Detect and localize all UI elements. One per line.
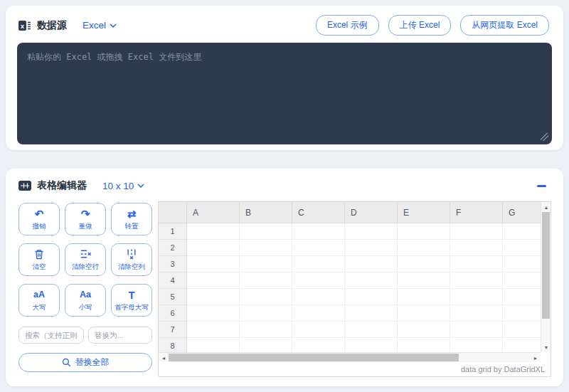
cell-C2[interactable] xyxy=(292,240,345,256)
cell-G2[interactable] xyxy=(503,240,541,256)
cell-F7[interactable] xyxy=(450,322,503,338)
cell-G1[interactable] xyxy=(503,223,541,240)
cell-B3[interactable] xyxy=(240,256,292,272)
cell-D4[interactable] xyxy=(345,272,398,289)
cell-B7[interactable] xyxy=(240,322,292,338)
replace-all-button[interactable]: 替换全部 xyxy=(18,353,152,372)
clear-button[interactable]: 清空 xyxy=(18,243,60,276)
cell-B8[interactable] xyxy=(240,338,292,352)
row-header-2[interactable]: 2 xyxy=(159,240,187,256)
cell-G8[interactable] xyxy=(503,338,541,352)
vertical-scrollbar-thumb[interactable] xyxy=(542,212,550,319)
cell-E4[interactable] xyxy=(398,272,450,289)
cell-D7[interactable] xyxy=(345,322,398,338)
cell-G7[interactable] xyxy=(503,322,541,338)
cell-A5[interactable] xyxy=(187,289,240,305)
grid-size-selector[interactable]: 10 x 10 xyxy=(102,181,144,191)
cell-D3[interactable] xyxy=(345,256,398,272)
vertical-scrollbar[interactable]: ▲ ▼ xyxy=(541,202,551,352)
excel-sample-button[interactable]: Excel 示例 xyxy=(316,15,379,36)
extract-from-web-button[interactable]: 从网页提取 Excel xyxy=(460,15,549,36)
row-header-8[interactable]: 8 xyxy=(159,338,187,352)
cell-E3[interactable] xyxy=(398,256,450,272)
cell-F2[interactable] xyxy=(450,240,503,256)
cell-F6[interactable] xyxy=(450,305,503,322)
cell-F1[interactable] xyxy=(450,223,503,240)
cell-F8[interactable] xyxy=(450,338,503,352)
replace-input[interactable] xyxy=(88,327,152,344)
scroll-right-arrow-icon[interactable]: ► xyxy=(531,353,541,363)
cell-F5[interactable] xyxy=(450,289,503,305)
column-header-A[interactable]: A xyxy=(187,202,240,223)
cell-G5[interactable] xyxy=(503,289,541,305)
grid-credit[interactable]: data grid by DataGridXL xyxy=(159,362,551,376)
cell-D5[interactable] xyxy=(345,289,398,305)
column-header-D[interactable]: D xyxy=(345,202,398,223)
cell-E7[interactable] xyxy=(398,322,450,338)
cell-G3[interactable] xyxy=(503,256,541,272)
horizontal-scrollbar[interactable]: ◄ ► xyxy=(159,352,541,362)
excel-paste-textarea[interactable] xyxy=(17,43,552,144)
cell-B6[interactable] xyxy=(240,305,292,322)
cell-D6[interactable] xyxy=(345,305,398,322)
cell-E1[interactable] xyxy=(398,223,450,240)
cell-C6[interactable] xyxy=(292,305,345,322)
undo-button[interactable]: ↶ 撤销 xyxy=(18,203,60,235)
scroll-left-arrow-icon[interactable]: ◄ xyxy=(159,353,169,363)
column-header-F[interactable]: F xyxy=(450,202,503,223)
row-header-7[interactable]: 7 xyxy=(159,322,187,338)
grid-corner-cell[interactable] xyxy=(159,202,187,223)
cell-B5[interactable] xyxy=(240,289,292,305)
row-header-1[interactable]: 1 xyxy=(159,223,187,240)
lowercase-button[interactable]: Aa 小写 xyxy=(65,284,106,317)
cell-E2[interactable] xyxy=(398,240,450,256)
transpose-button[interactable]: ⇄ 转置 xyxy=(111,203,152,235)
cell-G4[interactable] xyxy=(503,272,541,289)
cell-D1[interactable] xyxy=(345,223,398,240)
cell-E6[interactable] xyxy=(398,305,450,322)
cell-A7[interactable] xyxy=(187,322,240,338)
remove-empty-cols-button[interactable]: 清除空列 xyxy=(111,243,152,276)
row-header-3[interactable]: 3 xyxy=(159,256,187,272)
upload-excel-button[interactable]: 上传 Excel xyxy=(388,15,452,36)
cell-F4[interactable] xyxy=(450,272,503,289)
scroll-down-arrow-icon[interactable]: ▼ xyxy=(541,342,551,352)
cell-A4[interactable] xyxy=(187,272,240,289)
redo-button[interactable]: ↷ 重做 xyxy=(65,203,106,235)
row-header-4[interactable]: 4 xyxy=(159,272,187,289)
cell-C5[interactable] xyxy=(292,289,345,305)
cell-B2[interactable] xyxy=(240,240,292,256)
horizontal-scrollbar-thumb[interactable] xyxy=(169,354,459,361)
cell-A2[interactable] xyxy=(187,240,240,256)
cell-C7[interactable] xyxy=(292,322,345,338)
column-header-C[interactable]: C xyxy=(292,202,345,223)
resize-handle[interactable] xyxy=(541,133,548,141)
cell-D2[interactable] xyxy=(345,240,398,256)
cell-A1[interactable] xyxy=(187,223,240,240)
cell-C4[interactable] xyxy=(292,272,345,289)
search-input[interactable] xyxy=(18,327,84,344)
cell-C3[interactable] xyxy=(292,256,345,272)
collapse-section-button[interactable] xyxy=(533,178,549,194)
cell-B1[interactable] xyxy=(240,223,292,240)
cell-E8[interactable] xyxy=(398,338,450,352)
scroll-up-arrow-icon[interactable]: ▲ xyxy=(541,202,551,212)
capitalize-button[interactable]: T 首字母大写 xyxy=(111,284,152,317)
cell-C1[interactable] xyxy=(292,223,345,240)
cell-A3[interactable] xyxy=(187,256,240,272)
row-header-6[interactable]: 6 xyxy=(159,305,187,322)
cell-E5[interactable] xyxy=(398,289,450,305)
cell-A8[interactable] xyxy=(187,338,240,352)
column-header-G[interactable]: G xyxy=(503,202,541,223)
uppercase-button[interactable]: aA 大写 xyxy=(18,284,60,317)
cell-B4[interactable] xyxy=(240,272,292,289)
cell-C8[interactable] xyxy=(292,338,345,352)
cell-F3[interactable] xyxy=(450,256,503,272)
data-type-selector[interactable]: Excel xyxy=(83,20,117,31)
column-header-B[interactable]: B xyxy=(240,202,292,223)
cell-A6[interactable] xyxy=(187,305,240,322)
row-header-5[interactable]: 5 xyxy=(159,289,187,305)
cell-G6[interactable] xyxy=(503,305,541,322)
remove-empty-rows-button[interactable]: 清除空行 xyxy=(65,243,106,276)
column-header-E[interactable]: E xyxy=(398,202,450,223)
